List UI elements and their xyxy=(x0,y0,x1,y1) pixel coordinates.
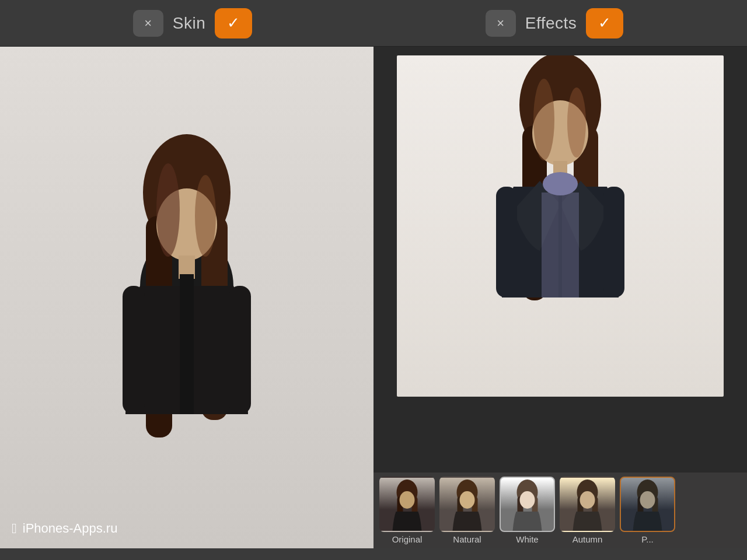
svg-point-38 xyxy=(580,491,595,509)
svg-rect-7 xyxy=(229,286,251,414)
effects-title: Effects xyxy=(525,14,577,33)
svg-point-34 xyxy=(519,491,535,509)
filter-thumb-white xyxy=(500,477,555,532)
skin-cancel-button[interactable]: × xyxy=(133,10,163,37)
main-content:  iPhones-Apps.ru xyxy=(0,47,747,548)
person-figure-left xyxy=(64,123,309,548)
person-figure-right xyxy=(444,55,677,397)
filter-item-autumn[interactable]: Autumn xyxy=(560,477,615,544)
skin-title: Skin xyxy=(173,14,205,33)
filter-label-partial: P... xyxy=(641,534,654,544)
apple-logo-icon:  xyxy=(12,520,17,537)
skin-panel:  iPhones-Apps.ru xyxy=(0,47,374,548)
skin-toolbar: × Skin ✓ xyxy=(12,8,374,38)
watermark-text: iPhones-Apps.ru xyxy=(23,521,118,536)
filter-label-natural: Natural xyxy=(453,534,481,544)
svg-point-21 xyxy=(533,79,554,160)
svg-point-10 xyxy=(195,175,216,257)
filter-thumb-original xyxy=(379,477,435,532)
filter-label-autumn: Autumn xyxy=(573,534,603,544)
svg-point-9 xyxy=(156,163,180,257)
effects-toolbar: × Effects ✓ xyxy=(374,8,735,38)
svg-rect-6 xyxy=(123,286,145,414)
filter-label-original: Original xyxy=(392,534,423,544)
effects-cancel-button[interactable]: × xyxy=(486,10,516,37)
close-icon: × xyxy=(497,16,504,31)
filter-item-original[interactable]: Original xyxy=(379,477,435,544)
svg-rect-18 xyxy=(603,187,624,298)
filter-item-white[interactable]: White xyxy=(500,477,555,544)
svg-rect-20 xyxy=(542,192,579,298)
svg-rect-8 xyxy=(180,274,194,414)
bottom-bar: Compare Portrait Classic Scene Art xyxy=(0,548,747,560)
svg-rect-17 xyxy=(496,187,517,298)
filter-item-natural[interactable]: Natural xyxy=(439,477,495,544)
skin-photo-area:  iPhones-Apps.ru xyxy=(0,47,374,548)
effects-panel: Original Natural xyxy=(374,47,747,548)
svg-point-42 xyxy=(640,491,655,509)
filter-item-partial[interactable]: P... xyxy=(620,477,675,544)
filter-strip: Original Natural xyxy=(374,473,747,548)
checkmark-icon: ✓ xyxy=(598,14,611,32)
close-icon: × xyxy=(144,16,152,31)
filter-label-white: White xyxy=(516,534,538,544)
svg-point-30 xyxy=(459,491,474,509)
top-bar: × Skin ✓ × Effects ✓ xyxy=(0,0,747,47)
svg-point-19 xyxy=(543,172,578,195)
skin-confirm-button[interactable]: ✓ xyxy=(215,8,252,38)
filter-thumb-partial xyxy=(620,477,675,532)
filter-thumb-natural xyxy=(439,477,495,532)
effects-photo-area xyxy=(374,47,747,473)
svg-point-22 xyxy=(567,88,586,158)
filter-thumb-autumn xyxy=(560,477,615,532)
watermark:  iPhones-Apps.ru xyxy=(12,520,117,537)
effects-confirm-button[interactable]: ✓ xyxy=(586,8,623,38)
svg-point-26 xyxy=(399,491,414,509)
checkmark-icon: ✓ xyxy=(227,14,240,32)
